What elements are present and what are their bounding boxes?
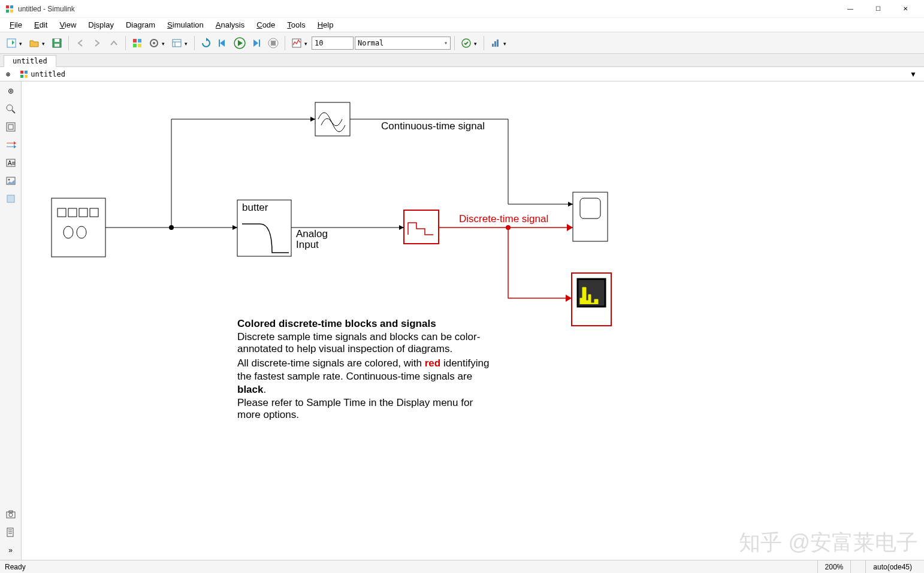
svg-marker-82 — [566, 295, 572, 302]
window-title: untitled - Simulink — [18, 5, 837, 13]
svg-marker-50 — [14, 145, 16, 148]
svg-rect-46 — [8, 125, 13, 129]
stop-button[interactable] — [265, 35, 281, 51]
breadcrumb-dropdown[interactable]: ▼ — [905, 70, 922, 78]
status-solver[interactable]: auto(ode45) — [865, 560, 919, 573]
palette: ⊛ A≡ » — [0, 81, 22, 560]
model-config-button[interactable]: ▾ — [146, 35, 168, 51]
breadcrumb-root[interactable]: untitled — [16, 69, 69, 79]
menu-diagram[interactable]: Diagram — [121, 19, 160, 31]
svg-rect-11 — [133, 39, 137, 43]
svg-marker-26 — [238, 40, 243, 46]
zoom-button[interactable] — [4, 102, 18, 116]
svg-rect-36 — [494, 41, 496, 47]
signals-button[interactable] — [4, 138, 18, 152]
screenshot-button[interactable] — [4, 507, 18, 522]
step-back-button[interactable] — [215, 35, 231, 51]
spectrum-analyzer-block[interactable] — [572, 273, 611, 326]
status-bar: Ready 200% auto(ode45) — [0, 560, 924, 573]
menu-edit[interactable]: Edit — [29, 19, 52, 31]
save-button[interactable] — [49, 35, 65, 51]
library-browser-button[interactable] — [129, 35, 145, 51]
menu-simulation[interactable]: Simulation — [162, 19, 209, 31]
svg-marker-80 — [568, 202, 573, 207]
canvas[interactable]: butter Analog Input — [22, 81, 924, 560]
menubar: File Edit View Display Diagram Simulatio… — [0, 18, 924, 32]
workspace: ⊛ A≡ » butter — [0, 81, 924, 560]
svg-rect-0 — [6, 5, 9, 8]
titlebar: untitled - Simulink — ☐ ✕ — [0, 0, 924, 18]
svg-text:▾: ▾ — [185, 41, 188, 47]
image-button[interactable] — [4, 174, 18, 188]
analog-input-label-2: Input — [296, 239, 319, 250]
model-explorer-button[interactable]: ▾ — [169, 35, 191, 51]
annotation-note[interactable]: Colored discrete-time blocks and signals… — [237, 318, 489, 420]
hide-palette-button[interactable]: ⊛ — [4, 84, 18, 98]
wire-wave-to-scope-top[interactable] — [350, 119, 508, 204]
fit-view-button[interactable] — [4, 120, 18, 134]
minimize-button[interactable]: — — [837, 0, 864, 18]
svg-rect-12 — [138, 39, 141, 43]
zoh-block[interactable] — [404, 210, 439, 244]
menu-analysis[interactable]: Analysis — [211, 19, 249, 31]
svg-marker-81 — [567, 224, 573, 231]
svg-rect-18 — [173, 40, 181, 47]
svg-marker-79 — [399, 225, 404, 230]
nav-back-button[interactable] — [73, 35, 88, 51]
simulation-mode-select[interactable]: Normal — [355, 37, 451, 50]
toolbar: ▾ ▾ ▾ ▾ ▾ Normal ▾ ▾ — [0, 32, 924, 54]
menu-file[interactable]: File — [5, 19, 27, 31]
signal-generator-block[interactable] — [52, 198, 105, 257]
run-button[interactable] — [232, 35, 247, 51]
nav-forward-button[interactable] — [89, 35, 105, 51]
svg-rect-42 — [25, 75, 28, 78]
stop-time-input[interactable] — [312, 37, 354, 50]
svg-rect-37 — [497, 40, 499, 47]
svg-rect-1 — [10, 5, 13, 8]
step-forward-button[interactable] — [249, 35, 264, 51]
wire-branch-to-spectrum[interactable] — [508, 228, 572, 298]
svg-rect-39 — [20, 71, 23, 74]
maximize-button[interactable]: ☐ — [864, 0, 892, 18]
requirements-button[interactable] — [4, 525, 18, 539]
butter-label: butter — [242, 202, 268, 213]
hide-browser-button[interactable]: ⊛ — [2, 69, 14, 79]
breadcrumb-bar: ⊛ untitled ▼ — [0, 67, 924, 81]
scope-block[interactable] — [573, 192, 608, 241]
block-diagram: butter Analog Input — [22, 81, 924, 560]
update-diagram-button[interactable] — [198, 35, 214, 51]
svg-text:more options.: more options. — [237, 409, 299, 420]
menu-view[interactable]: View — [55, 19, 81, 31]
svg-text:Colored discrete-time blocks a: Colored discrete-time blocks and signals — [237, 318, 436, 329]
butter-filter-block[interactable]: butter — [237, 200, 291, 256]
svg-marker-27 — [253, 40, 258, 47]
area-button[interactable] — [4, 192, 18, 206]
svg-marker-78 — [310, 117, 315, 122]
annotation-button[interactable]: A≡ — [4, 156, 18, 170]
svg-text:the fastest sample rate. Conti: the fastest sample rate. Continuous-time… — [237, 371, 472, 382]
menu-tools[interactable]: Tools — [282, 19, 310, 31]
svg-text:▾: ▾ — [503, 41, 506, 47]
model-tab[interactable]: untitled — [4, 55, 56, 67]
wave-scope-block[interactable] — [315, 102, 350, 136]
expand-palette-button[interactable]: » — [4, 543, 18, 557]
analog-input-label-1: Analog — [296, 228, 328, 239]
svg-rect-13 — [133, 44, 137, 47]
menu-help[interactable]: Help — [313, 19, 339, 31]
svg-marker-48 — [14, 141, 16, 145]
close-button[interactable]: ✕ — [892, 0, 919, 18]
svg-text:black.: black. — [237, 384, 266, 395]
svg-rect-3 — [10, 10, 13, 13]
new-model-button[interactable]: ▾ — [4, 35, 25, 51]
svg-text:▾: ▾ — [474, 41, 477, 47]
nav-up-button[interactable] — [106, 35, 122, 51]
fast-restart-button[interactable]: ▾ — [458, 35, 480, 51]
open-button[interactable]: ▾ — [26, 35, 48, 51]
status-ready: Ready — [5, 560, 33, 573]
menu-code[interactable]: Code — [252, 19, 280, 31]
simulation-data-inspector-button[interactable]: ▾ — [289, 35, 310, 51]
menu-display[interactable]: Display — [83, 19, 119, 31]
performance-advisor-button[interactable]: ▾ — [488, 35, 509, 51]
status-zoom[interactable]: 200% — [817, 560, 851, 573]
svg-rect-45 — [7, 123, 15, 131]
